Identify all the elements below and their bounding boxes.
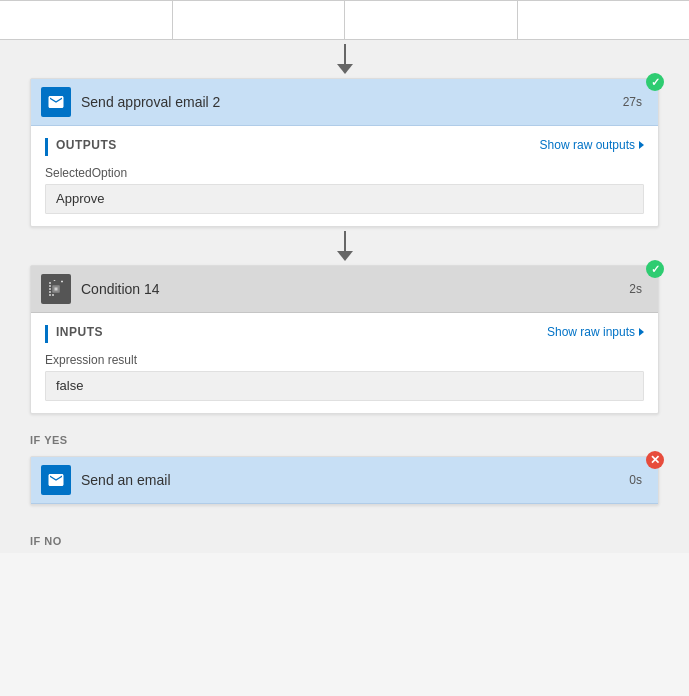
outlook-icon-2 xyxy=(41,465,71,495)
cross-icon: ✕ xyxy=(650,453,660,467)
step-header-send-email[interactable]: Send an email 0s ✕ xyxy=(31,457,658,504)
step-duration-condition: 2s xyxy=(629,282,642,296)
check-icon: ✓ xyxy=(651,76,660,89)
step-card-send-approval: Send approval email 2 27s ✓ OUTPUTS Show… xyxy=(30,78,659,227)
card-body-approval: OUTPUTS Show raw outputs SelectedOption … xyxy=(31,126,658,226)
connector-arrow-2 xyxy=(0,227,689,265)
field-value-selected-option: Approve xyxy=(45,184,644,214)
card-body-condition: INPUTS Show raw inputs Expression result… xyxy=(31,313,658,413)
step-title-condition: Condition 14 xyxy=(81,281,629,297)
table-cell-4 xyxy=(518,1,690,40)
step-header-condition[interactable]: Condition 14 2s ✓ xyxy=(31,266,658,313)
show-raw-inputs-link[interactable]: Show raw inputs xyxy=(547,325,644,339)
status-badge-success-2: ✓ xyxy=(646,260,664,278)
outlook-icon xyxy=(41,87,71,117)
chevron-right-icon xyxy=(639,141,644,149)
inputs-section-row: INPUTS Show raw inputs xyxy=(45,325,644,343)
step-duration-approval: 27s xyxy=(623,95,642,109)
condition-icon xyxy=(41,274,71,304)
status-badge-error: ✕ xyxy=(646,451,664,469)
table-cell-2 xyxy=(173,1,346,40)
step-duration-send-email: 0s xyxy=(629,473,642,487)
top-table-header xyxy=(0,0,689,40)
outputs-section-row: OUTPUTS Show raw outputs xyxy=(45,138,644,156)
check-icon-2: ✓ xyxy=(651,263,660,276)
step-title-approval: Send approval email 2 xyxy=(81,94,623,110)
outputs-label: OUTPUTS xyxy=(56,138,117,152)
field-value-expression: false xyxy=(45,371,644,401)
step-header-approval[interactable]: Send approval email 2 27s ✓ xyxy=(31,79,658,126)
table-cell-3 xyxy=(345,1,518,40)
branch-label-yes: IF YES xyxy=(0,428,689,452)
field-name-expression: Expression result xyxy=(45,353,644,367)
connector-arrow-1 xyxy=(0,40,689,78)
field-name-selected-option: SelectedOption xyxy=(45,166,644,180)
status-badge-success-1: ✓ xyxy=(646,73,664,91)
chevron-right-icon-2 xyxy=(639,328,644,336)
show-raw-outputs-link[interactable]: Show raw outputs xyxy=(540,138,644,152)
inputs-label: INPUTS xyxy=(56,325,103,339)
step-card-send-email: Send an email 0s ✕ xyxy=(30,456,659,505)
step-title-send-email: Send an email xyxy=(81,472,629,488)
step-card-condition: Condition 14 2s ✓ INPUTS Show raw inputs… xyxy=(30,265,659,414)
table-cell-1 xyxy=(0,1,173,40)
branch-label-no: IF NO xyxy=(0,529,689,553)
